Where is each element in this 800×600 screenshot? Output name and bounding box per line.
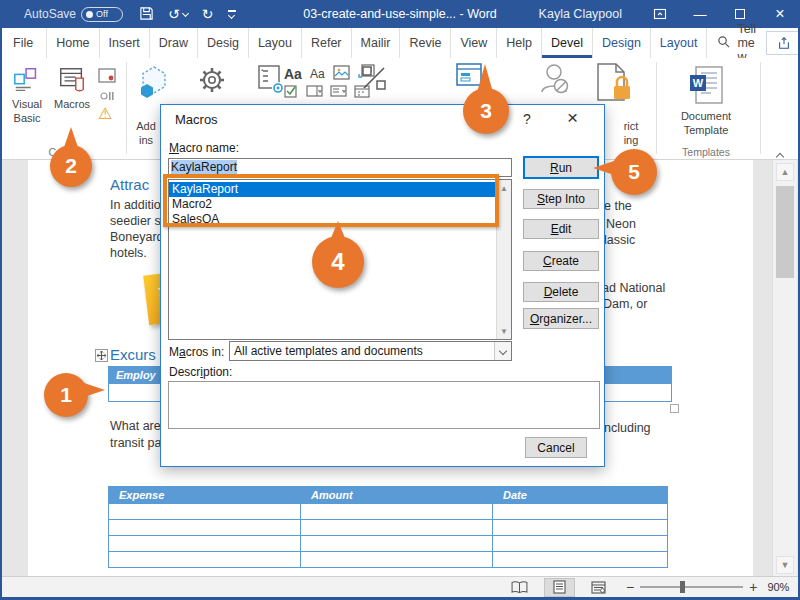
plain-text-control-icon[interactable]: Aa [310, 67, 325, 81]
tab-table-design[interactable]: Design [593, 28, 651, 58]
block-authors-icon[interactable] [538, 60, 572, 104]
add-ins-icon[interactable] [138, 64, 170, 104]
list-scroll-up-icon[interactable]: ▲ [497, 181, 511, 195]
table-move-handle-icon[interactable] [95, 349, 108, 362]
combo-box-control-icon[interactable] [306, 84, 323, 102]
zoom-in-button[interactable]: + [749, 579, 757, 595]
doc-paragraph-line: e the [604, 199, 632, 213]
share-button[interactable] [766, 31, 800, 55]
web-layout-button[interactable] [583, 578, 614, 597]
customize-qat-icon[interactable] [228, 10, 236, 18]
expense-table-header-row: Expense Amount Date [109, 487, 667, 503]
callout-5-number: 5 [628, 160, 640, 184]
cancel-button[interactable]: Cancel [525, 437, 587, 458]
close-button[interactable]: × [760, 0, 800, 28]
tab-home[interactable]: Home [47, 28, 99, 58]
zoom-slider[interactable] [640, 586, 743, 588]
picture-control-icon[interactable] [333, 65, 350, 84]
tab-table-layout[interactable]: Layout [651, 28, 708, 58]
warning-icon[interactable]: ⚠ [98, 106, 112, 122]
list-scroll-down-icon[interactable]: ▼ [497, 324, 511, 338]
minimize-button[interactable]: — [680, 0, 720, 28]
tab-layout[interactable]: Layou [249, 28, 302, 58]
create-button[interactable]: Create [523, 251, 599, 271]
zoom-out-button[interactable]: − [626, 579, 634, 595]
expense-table-row[interactable] [109, 519, 667, 535]
tell-me-search[interactable]: Tell me w [707, 28, 766, 58]
redo-icon[interactable]: ↻ [202, 7, 214, 21]
autosave-label: AutoSave [24, 7, 76, 21]
table-resize-handle[interactable] [670, 404, 679, 413]
design-mode-icon[interactable] [360, 64, 388, 96]
scrollbar-thumb[interactable] [776, 186, 794, 278]
doc-heading-excursions: Excurs [110, 346, 156, 363]
macros-in-label: Macros in: [169, 345, 224, 359]
record-macro-icon[interactable] [98, 68, 116, 88]
visual-basic-button[interactable]: Visual Basic [8, 62, 46, 126]
tab-view[interactable]: View [451, 28, 497, 58]
date-col-header: Date [493, 487, 667, 503]
pause-recording-icon[interactable] [100, 90, 114, 102]
print-layout-button[interactable] [544, 578, 575, 597]
user-name[interactable]: Kayla Claypool [539, 7, 622, 21]
tab-developer[interactable]: Devel [542, 28, 593, 58]
macros-dialog: Macros ? × Macro name: KaylaReport Kayla… [160, 104, 605, 467]
tab-help[interactable]: Help [497, 28, 542, 58]
macros-label: Macros [48, 98, 96, 112]
doc-paragraph-line: transit pa [110, 436, 161, 450]
read-mode-button[interactable] [503, 578, 536, 597]
ribbon-tab-bar: File Home Insert Draw Desig Layou Refer … [0, 28, 800, 58]
window-controls: Kayla Claypool — × [539, 0, 800, 28]
word-add-ins-icon[interactable] [194, 62, 230, 102]
callout-5-pointer [593, 160, 617, 176]
scroll-down-icon[interactable]: ▼ [776, 556, 794, 574]
scroll-up-icon[interactable]: ▲ [776, 163, 794, 181]
organizer-button[interactable]: Organizer... [523, 308, 599, 329]
templates-group-label: Templates [664, 146, 748, 158]
tab-design[interactable]: Desig [198, 28, 249, 58]
delete-button[interactable]: Delete [523, 282, 599, 302]
dialog-help-icon[interactable]: ? [523, 111, 531, 127]
autosave-control[interactable]: AutoSave Off [24, 7, 123, 22]
expense-table-row[interactable] [109, 503, 667, 519]
callout-2: 2 [50, 145, 92, 187]
ribbon-display-options-icon[interactable] [640, 0, 680, 28]
document-template-button[interactable]: W Document Template [668, 62, 744, 138]
expense-table-row[interactable] [109, 535, 667, 551]
tab-mailings[interactable]: Mailir [352, 28, 401, 58]
visual-basic-label: Visual Basic [8, 98, 46, 126]
macros-button[interactable]: Macros [48, 62, 96, 112]
undo-icon[interactable]: ↺ [168, 7, 188, 21]
tab-references[interactable]: Refer [302, 28, 352, 58]
dropdown-chevron-icon[interactable] [494, 342, 511, 360]
checkbox-control-icon[interactable] [284, 84, 299, 102]
rich-text-control-icon[interactable]: Aa [284, 66, 302, 82]
description-textarea[interactable] [168, 381, 600, 429]
tab-insert[interactable]: Insert [100, 28, 150, 58]
zoom-slider-thumb[interactable] [680, 581, 685, 593]
tab-review[interactable]: Revie [400, 28, 451, 58]
doc-paragraph-line: What are [110, 419, 161, 433]
com-add-ins-icon[interactable] [256, 64, 286, 100]
callout-4-pointer [329, 221, 347, 243]
document-template-icon: W [668, 62, 744, 110]
expense-table-row[interactable] [109, 551, 667, 567]
expense-table[interactable]: Expense Amount Date [108, 486, 668, 568]
doc-heading-attractions: Attrac [110, 176, 149, 193]
step-into-button[interactable]: Step Into [523, 189, 599, 209]
restrict-editing-icon[interactable] [590, 62, 634, 108]
run-button[interactable]: Run [523, 156, 599, 179]
tab-draw[interactable]: Draw [150, 28, 198, 58]
edit-button[interactable]: Edit [523, 219, 599, 239]
dialog-close-icon[interactable]: × [567, 107, 578, 129]
autosave-toggle[interactable]: Off [81, 7, 123, 22]
tab-file[interactable]: File [0, 28, 47, 58]
zoom-level[interactable]: 90% [767, 581, 789, 593]
callout-1-pointer [81, 382, 105, 398]
visual-basic-icon [8, 62, 46, 98]
window-border-left [0, 0, 2, 600]
vertical-scrollbar[interactable]: ▲ ▼ [772, 160, 797, 576]
dropdown-list-control-icon[interactable] [330, 84, 347, 102]
macros-in-dropdown[interactable]: All active templates and documents [229, 341, 512, 361]
save-icon[interactable] [139, 6, 154, 23]
